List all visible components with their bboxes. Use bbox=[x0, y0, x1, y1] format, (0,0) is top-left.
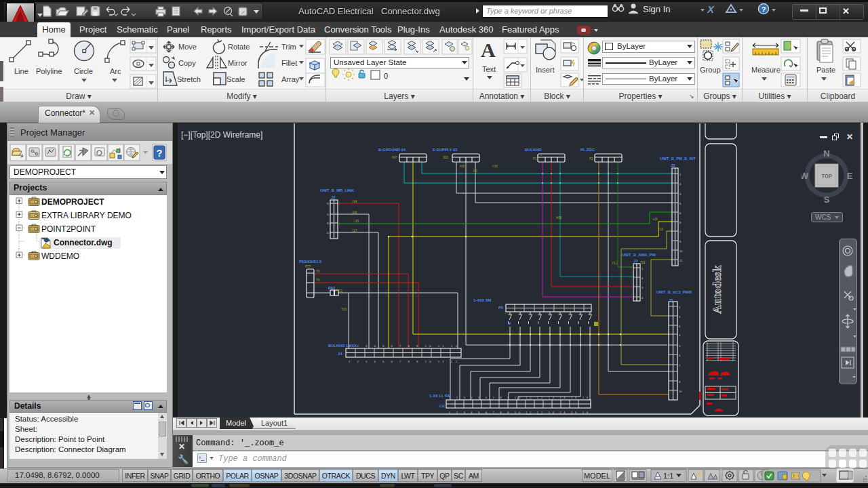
svg-text:J5: J5 bbox=[669, 298, 673, 302]
svg-text:5: 5 bbox=[679, 344, 681, 348]
svg-text:P1: P1 bbox=[533, 157, 537, 161]
svg-text:B-GROUND 04: B-GROUND 04 bbox=[378, 148, 406, 152]
svg-text:J4: J4 bbox=[338, 352, 342, 356]
svg-text:8: 8 bbox=[679, 221, 682, 224]
svg-text:WDDEMO: WDDEMO bbox=[41, 251, 79, 261]
svg-text:Polyline: Polyline bbox=[36, 67, 62, 75]
svg-text:POINT2POINT: POINT2POINT bbox=[41, 224, 96, 234]
svg-text:?: ? bbox=[157, 148, 163, 159]
svg-text:12: 12 bbox=[679, 259, 683, 262]
svg-text:Stretch: Stretch bbox=[177, 75, 201, 83]
svg-text:Autodesk: Autodesk bbox=[711, 265, 724, 314]
svg-text:10: 10 bbox=[679, 390, 682, 393]
svg-text:Rotate: Rotate bbox=[228, 43, 250, 51]
svg-text:T11: T11 bbox=[640, 261, 646, 264]
svg-text:I-30: I-30 bbox=[492, 165, 498, 168]
svg-text:1 2 3 4 5 6 7 8 9 10 11 12: 1 2 3 4 5 6 7 8 9 10 11 12 bbox=[349, 360, 458, 363]
svg-text:Scale: Scale bbox=[226, 75, 245, 83]
svg-text:4: 4 bbox=[679, 333, 681, 337]
svg-text:S: S bbox=[824, 195, 830, 205]
svg-text:P77: P77 bbox=[305, 265, 311, 268]
svg-text:+15: +15 bbox=[652, 218, 658, 221]
svg-text:UNIT_B_PM_B_INT: UNIT_B_PM_B_INT bbox=[660, 157, 696, 161]
svg-text:Circle: Circle bbox=[74, 67, 93, 75]
svg-text:3: 3 bbox=[642, 286, 644, 289]
svg-text:E: E bbox=[847, 171, 853, 181]
svg-text:4 8: 4 8 bbox=[327, 231, 331, 235]
svg-text:9 1: 9 1 bbox=[327, 202, 331, 205]
svg-text:6: 6 bbox=[679, 211, 682, 215]
svg-text:1: 1 bbox=[642, 267, 644, 270]
svg-text:1: 1 bbox=[679, 306, 681, 309]
svg-text:Arc: Arc bbox=[110, 67, 121, 75]
svg-text:T0: T0 bbox=[316, 279, 320, 282]
svg-text:1-4XX SM: 1-4XX SM bbox=[473, 298, 492, 302]
svg-text:TOP: TOP bbox=[821, 174, 832, 180]
svg-text:5: 5 bbox=[679, 202, 682, 205]
svg-text:1 2 3 4 5 6 7 8 9 10 11 12 13: 1 2 3 4 5 6 7 8 9 10 11 12 13 14 15 16 bbox=[449, 396, 589, 399]
svg-text:4: 4 bbox=[642, 277, 644, 280]
svg-text:P07: P07 bbox=[328, 286, 335, 290]
svg-text:INT: INT bbox=[392, 156, 397, 159]
svg-text:115: 115 bbox=[354, 220, 359, 223]
svg-text:4: 4 bbox=[642, 296, 644, 300]
svg-text:Fillet: Fillet bbox=[281, 59, 297, 67]
svg-text:1: 1 bbox=[679, 173, 682, 176]
svg-text:?: ? bbox=[762, 5, 766, 14]
svg-text:3: 3 bbox=[679, 192, 682, 196]
svg-text:8 6: 8 6 bbox=[327, 222, 331, 225]
svg-text:Paste: Paste bbox=[816, 66, 835, 74]
svg-text:H36: H36 bbox=[556, 216, 562, 220]
svg-text:P03/XX/S1.0: P03/XX/S1.0 bbox=[299, 260, 321, 264]
svg-text:E-SUPPLY 02: E-SUPPLY 02 bbox=[433, 148, 457, 152]
svg-text:117: 117 bbox=[352, 229, 357, 232]
svg-text:Move: Move bbox=[178, 43, 197, 51]
svg-text:UNIT_B_AMA_PW: UNIT_B_AMA_PW bbox=[622, 253, 656, 257]
svg-text:1 2 3 4 5 6 7 8 9 10 11 12 13: 1 2 3 4 5 6 7 8 9 10 11 12 13 14 15 16 bbox=[449, 411, 589, 414]
svg-text:6: 6 bbox=[679, 354, 681, 357]
svg-text:Sign In: Sign In bbox=[643, 4, 670, 14]
svg-text:DEMOPROJECT: DEMOPROJECT bbox=[41, 197, 104, 207]
svg-text:0: 0 bbox=[384, 72, 388, 80]
svg-text:Mirror: Mirror bbox=[228, 59, 248, 67]
svg-text:T15: T15 bbox=[658, 228, 663, 231]
svg-text:10: 10 bbox=[679, 249, 683, 253]
svg-text:UNIT_B_EC3_PWR: UNIT_B_EC3_PWR bbox=[656, 290, 692, 294]
svg-text:Connector.dwg: Connector.dwg bbox=[54, 238, 113, 247]
svg-text:3 2: 3 2 bbox=[327, 213, 331, 216]
svg-text:Line: Line bbox=[14, 67, 28, 75]
svg-text:Group: Group bbox=[700, 66, 721, 74]
svg-text:J2: J2 bbox=[331, 195, 335, 199]
svg-text:1 2 3 4 5 6 7 8 9 10 11 12: 1 2 3 4 5 6 7 8 9 10 11 12 bbox=[349, 344, 458, 348]
svg-text:W: W bbox=[802, 171, 809, 181]
svg-text:Measure: Measure bbox=[751, 66, 781, 74]
svg-text:1:1: 1:1 bbox=[663, 472, 673, 480]
svg-text:H2: H2 bbox=[473, 169, 477, 173]
svg-text:7: 7 bbox=[679, 230, 682, 234]
svg-text:P2: P2 bbox=[589, 157, 593, 161]
svg-text:EXTRA LIBRARY DEMO: EXTRA LIBRARY DEMO bbox=[41, 211, 132, 220]
svg-text:IC1: IC1 bbox=[338, 289, 343, 293]
svg-text:UNIT_B_MR_LINK: UNIT_B_MR_LINK bbox=[320, 188, 355, 192]
svg-text:P5: P5 bbox=[498, 306, 504, 310]
svg-text:7: 7 bbox=[679, 364, 681, 367]
svg-text:400: 400 bbox=[460, 165, 465, 168]
svg-text:8: 8 bbox=[679, 380, 681, 384]
svg-text:BULKHD: BULKHD bbox=[525, 148, 541, 152]
svg-text:X: X bbox=[707, 3, 715, 15]
svg-text:N: N bbox=[823, 149, 829, 159]
svg-text:116: 116 bbox=[352, 211, 357, 214]
svg-text:4: 4 bbox=[679, 182, 682, 186]
svg-text:3: 3 bbox=[679, 315, 681, 319]
svg-text:6: 6 bbox=[679, 325, 681, 328]
svg-text:PL.REC: PL.REC bbox=[580, 148, 595, 152]
svg-text:Copy: Copy bbox=[178, 59, 196, 67]
svg-text:Trim: Trim bbox=[281, 43, 296, 51]
svg-text:114: 114 bbox=[352, 200, 357, 203]
svg-text:303: 303 bbox=[443, 156, 448, 159]
svg-text:9: 9 bbox=[679, 240, 682, 243]
svg-text:J2: J2 bbox=[671, 163, 675, 167]
svg-text:T(0): T(0) bbox=[341, 308, 347, 311]
svg-text:J3: J3 bbox=[633, 259, 638, 263]
svg-text:Y11: Y11 bbox=[612, 262, 617, 265]
